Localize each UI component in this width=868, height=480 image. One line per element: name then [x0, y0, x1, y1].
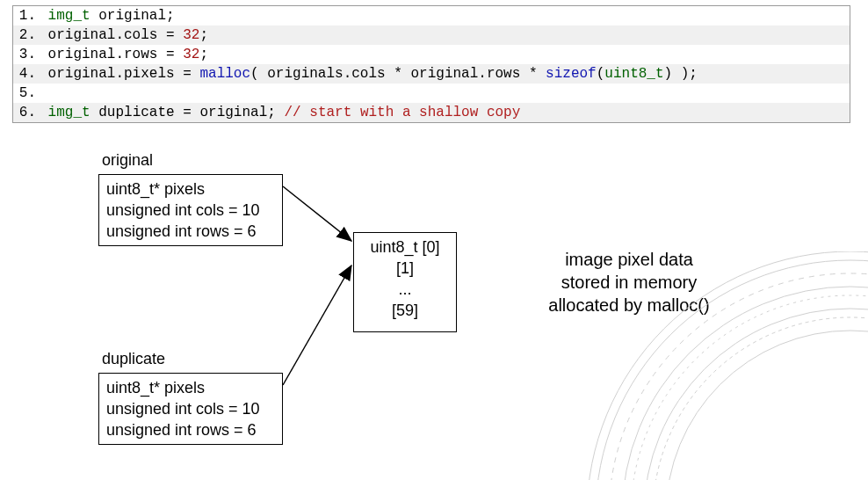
line-number: 1.: [13, 6, 40, 25]
label-duplicate: duplicate: [102, 350, 165, 368]
duplicate-field-pixels: uint8_t* pixels: [106, 377, 275, 398]
line-number: 5.: [13, 84, 40, 103]
svg-point-8: [666, 331, 868, 480]
line-content: original.pixels = malloc( originals.cols…: [40, 64, 850, 84]
description-block: image pixel data stored in memory alloca…: [524, 248, 734, 316]
mem-row-59: [59]: [354, 300, 456, 321]
line-number: 4.: [13, 64, 40, 84]
line-content: original.cols = 32;: [40, 25, 850, 45]
arrow-duplicate-to-memory: [283, 265, 351, 385]
line-content: img_t original;: [40, 6, 850, 25]
struct-box-original: uint8_t* pixels unsigned int cols = 10 u…: [98, 174, 283, 246]
desc-line-2: stored in memory: [524, 271, 734, 294]
code-line-4: 4. original.pixels = malloc( originals.c…: [13, 64, 850, 84]
duplicate-field-rows: unsigned int rows = 6: [106, 419, 275, 440]
desc-line-3: allocated by malloc(): [524, 294, 734, 316]
code-block: 1. img_t original;2. original.cols = 32;…: [12, 5, 850, 123]
duplicate-field-cols: unsigned int cols = 10: [106, 398, 275, 419]
arrow-original-to-memory: [283, 186, 351, 241]
code-line-2: 2. original.cols = 32;: [13, 25, 850, 45]
svg-point-7: [653, 317, 868, 480]
line-number: 3.: [13, 45, 40, 64]
line-content: img_t duplicate = original; // start wit…: [40, 103, 850, 122]
memory-block: uint8_t [0] [1] ... [59]: [353, 232, 457, 332]
svg-point-5: [631, 295, 868, 480]
code-line-5: 5.: [13, 84, 850, 103]
label-original: original: [102, 151, 153, 170]
original-field-pixels: uint8_t* pixels: [106, 178, 275, 200]
original-field-cols: unsigned int cols = 10: [106, 200, 275, 221]
struct-box-duplicate: uint8_t* pixels unsigned int cols = 10 u…: [98, 373, 283, 445]
line-content: [40, 84, 850, 103]
code-line-3: 3. original.rows = 32;: [13, 45, 850, 64]
mem-row-ellipsis: ...: [354, 279, 456, 300]
line-content: original.rows = 32;: [40, 45, 850, 64]
line-number: 2.: [13, 25, 40, 45]
mem-row-0: uint8_t [0]: [354, 236, 456, 258]
line-number: 6.: [13, 103, 40, 122]
desc-line-1: image pixel data: [524, 248, 734, 271]
svg-point-6: [644, 309, 868, 480]
code-line-1: 1. img_t original;: [13, 6, 850, 25]
code-line-6: 6. img_t duplicate = original; // start …: [13, 103, 850, 122]
original-field-rows: unsigned int rows = 6: [106, 221, 275, 242]
mem-row-1: [1]: [354, 258, 456, 279]
